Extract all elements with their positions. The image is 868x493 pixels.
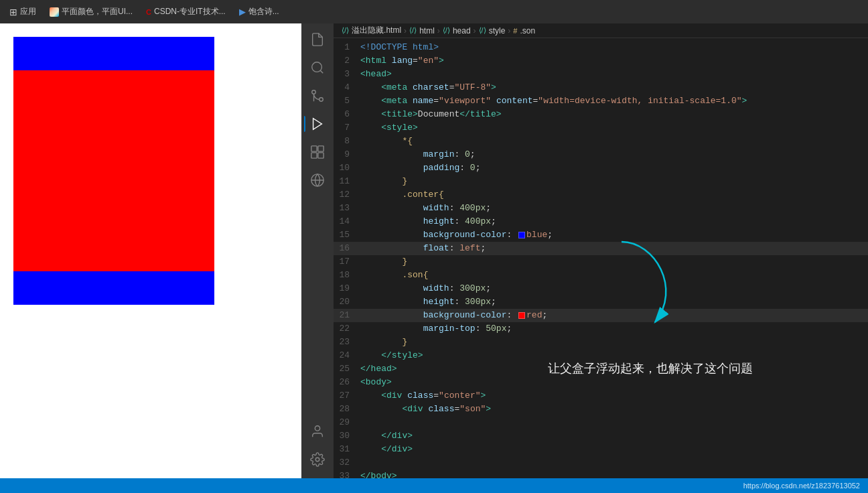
breadcrumb-html-icon: ⟨/⟩	[409, 26, 417, 35]
breadcrumb-sep2: ›	[437, 26, 440, 36]
code-line-30: 30 </div>	[334, 429, 868, 443]
svg-point-10	[315, 426, 319, 431]
svg-point-0	[312, 62, 322, 72]
code-line-11: 11 }	[334, 175, 868, 188]
red-box	[13, 70, 214, 271]
activity-search[interactable]	[304, 54, 331, 81]
blue-swatch	[518, 232, 525, 238]
code-line-2: 2<html lang="en">	[334, 54, 868, 68]
svg-line-1	[320, 70, 323, 73]
code-line-14: 14 height: 400px;	[334, 215, 868, 228]
code-line-1: 1<!DOCTYPE html>	[334, 41, 868, 54]
svg-point-2	[319, 98, 323, 102]
breadcrumb-sep1: ›	[404, 26, 407, 36]
apps-label: 应用	[20, 6, 36, 17]
breadcrumb-file[interactable]: 溢出隐藏.html	[352, 25, 401, 36]
code-line-3: 3<head>	[334, 68, 868, 81]
main-layout: ⟨/⟩ 溢出隐藏.html › ⟨/⟩ html › ⟨/⟩ head › ⟨/…	[0, 23, 868, 478]
statusbar-url: https://blog.csdn.net/z18237613052	[743, 482, 860, 490]
topbar-profile[interactable]: ▶ 饱含诗...	[235, 5, 283, 19]
profile-label: 饱含诗...	[248, 6, 279, 17]
code-line-27: 27 <div class="conter">	[334, 389, 868, 403]
csdn-icon: C	[146, 8, 151, 16]
topbar: ⊞ 应用 平面颜色，平面UI... C CSDN-专业IT技术... ▶ 饱含诗…	[0, 0, 868, 23]
csdn-label: CSDN-专业IT技术...	[154, 6, 226, 17]
code-line-9: 9 margin: 0;	[334, 148, 868, 161]
code-line-25: 25</head>	[334, 362, 868, 376]
code-line-22: 22 margin-top: 50px;	[334, 322, 868, 336]
breadcrumb-style-icon: ⟨/⟩	[479, 26, 486, 35]
code-line-7: 7 <style>	[334, 121, 868, 135]
code-line-32: 32	[334, 456, 868, 470]
color-icon	[50, 7, 59, 17]
activity-extensions[interactable]	[304, 139, 331, 165]
code-line-16: 16 float: left;	[334, 242, 868, 255]
activity-git[interactable]	[304, 82, 331, 109]
svg-point-11	[315, 457, 319, 462]
topbar-csdn[interactable]: C CSDN-专业IT技术...	[142, 5, 230, 19]
code-line-29: 29	[334, 416, 868, 429]
breadcrumb-son-icon: #	[513, 27, 517, 35]
code-line-18: 18 .son{	[334, 269, 868, 282]
activity-remote[interactable]	[304, 167, 331, 194]
code-line-4: 4 <meta charset="UTF-8">	[334, 81, 868, 94]
blue-box	[13, 37, 214, 305]
activity-bar	[301, 23, 334, 478]
breadcrumb-head[interactable]: head	[453, 26, 471, 36]
breadcrumb-file-icon: ⟨/⟩	[342, 26, 349, 35]
activity-settings[interactable]	[304, 446, 331, 473]
code-line-17: 17 }	[334, 255, 868, 269]
svg-rect-6	[318, 146, 323, 151]
svg-rect-8	[318, 153, 323, 158]
editor-area: ⟨/⟩ 溢出隐藏.html › ⟨/⟩ html › ⟨/⟩ head › ⟨/…	[334, 23, 868, 478]
profile-icon: ▶	[239, 7, 246, 17]
code-line-33: 33</body>	[334, 470, 868, 478]
red-swatch	[518, 312, 525, 319]
code-line-8: 8 *{	[334, 135, 868, 148]
topbar-apps[interactable]: ⊞ 应用	[5, 5, 40, 19]
code-editor[interactable]: 1<!DOCTYPE html> 2<html lang="en"> 3<hea…	[334, 38, 868, 478]
code-line-15: 15 background-color: blue;	[334, 228, 868, 242]
topbar-color[interactable]: 平面颜色，平面UI...	[46, 5, 137, 19]
code-line-31: 31 </div>	[334, 443, 868, 456]
breadcrumb-sep3: ›	[474, 26, 476, 36]
code-line-26: 26<body>	[334, 376, 868, 389]
breadcrumb-head-icon: ⟨/⟩	[443, 26, 450, 35]
activity-debug[interactable]	[304, 111, 331, 137]
breadcrumb-html[interactable]: html	[419, 26, 435, 36]
code-line-28: 28 <div class="son">	[334, 403, 868, 416]
svg-rect-7	[311, 153, 317, 158]
code-line-20: 20 height: 300px;	[334, 295, 868, 309]
apps-icon: ⊞	[9, 7, 17, 17]
code-line-10: 10 padding: 0;	[334, 161, 868, 175]
code-line-24: 24 </style>	[334, 349, 868, 362]
breadcrumb-son[interactable]: .son	[520, 26, 535, 36]
breadcrumb: ⟨/⟩ 溢出隐藏.html › ⟨/⟩ html › ⟨/⟩ head › ⟨/…	[334, 23, 868, 38]
activity-account[interactable]	[304, 418, 331, 445]
statusbar: https://blog.csdn.net/z18237613052	[0, 478, 868, 493]
color-label: 平面颜色，平面UI...	[62, 6, 133, 17]
breadcrumb-sep4: ›	[508, 26, 510, 36]
breadcrumb-style[interactable]: style	[489, 26, 506, 36]
code-line-12: 12 .conter{	[334, 188, 868, 202]
code-line-23: 23 }	[334, 336, 868, 349]
code-line-6: 6 <title>Document</title>	[334, 108, 868, 121]
code-line-21: 21 background-color: red;	[334, 309, 868, 322]
preview-pane	[0, 23, 301, 478]
code-line-5: 5 <meta name="viewport" content="width=d…	[334, 94, 868, 108]
svg-point-3	[312, 90, 316, 94]
svg-rect-5	[311, 146, 317, 151]
code-line-19: 19 width: 300px;	[334, 282, 868, 295]
activity-files[interactable]	[304, 26, 331, 53]
code-line-13: 13 width: 400px;	[334, 202, 868, 215]
svg-marker-4	[313, 119, 322, 130]
